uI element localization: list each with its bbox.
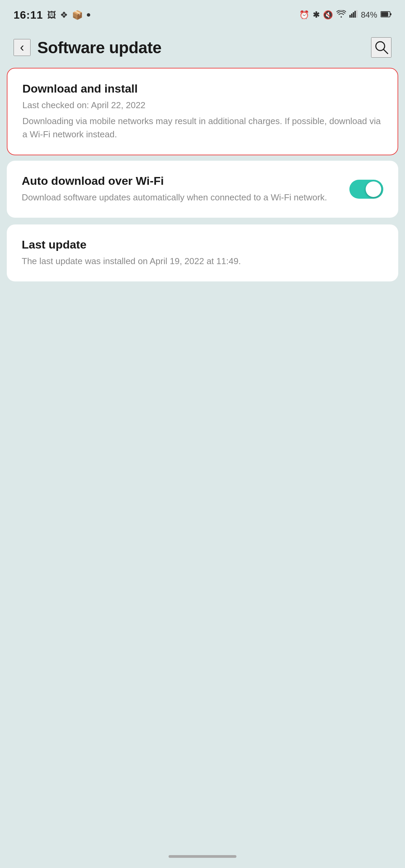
mute-icon: 🔇 [323,10,333,20]
last-update-card: Last update The last update was installe… [7,224,398,281]
header-left: ‹ Software update [14,38,161,57]
last-update-title: Last update [22,238,383,251]
svg-rect-0 [349,15,351,18]
notification-dot [87,13,90,17]
back-button[interactable]: ‹ [14,39,31,56]
home-indicator [169,855,236,858]
svg-rect-4 [356,10,358,18]
grid-icon: ❖ [60,10,68,20]
box-icon: 📦 [72,10,83,20]
svg-rect-2 [353,12,354,18]
svg-rect-6 [381,12,388,17]
search-button[interactable] [371,37,391,58]
battery-percent: 84% [361,10,377,20]
svg-rect-1 [351,14,352,18]
alarm-icon: ⏰ [299,10,309,20]
svg-rect-7 [390,13,391,15]
last-update-description: The last update was installed on April 1… [22,255,383,268]
svg-line-9 [384,50,388,54]
download-last-checked: Last checked on: April 22, 2022 [22,99,383,112]
auto-download-description: Download software updates automatically … [22,191,339,204]
toggle-track [349,180,383,199]
wifi-icon [336,10,346,20]
gallery-icon: 🖼 [47,10,56,20]
signal-icon [349,10,358,20]
auto-download-toggle[interactable] [349,180,383,199]
back-icon: ‹ [20,41,24,54]
battery-icon [381,11,391,19]
page-title: Software update [37,38,161,57]
search-icon [374,40,388,55]
auto-download-title: Auto download over Wi-Fi [22,174,339,188]
status-left: 16:11 🖼 ❖ 📦 [14,9,90,21]
status-right: ⏰ ✱ 🔇 84% [299,10,391,20]
bluetooth-icon: ✱ [313,10,320,20]
download-install-card[interactable]: Download and install Last checked on: Ap… [7,68,398,155]
content-area: Download and install Last checked on: Ap… [0,68,405,281]
auto-download-card[interactable]: Auto download over Wi-Fi Download softwa… [7,161,398,218]
status-time: 16:11 [14,9,43,21]
toggle-thumb [366,181,381,197]
header: ‹ Software update [0,27,405,68]
auto-download-text: Auto download over Wi-Fi Download softwa… [22,174,349,204]
svg-rect-3 [354,11,356,18]
status-bar: 16:11 🖼 ❖ 📦 ⏰ ✱ 🔇 84% [0,0,405,27]
download-warning: Downloading via mobile networks may resu… [22,115,383,141]
download-install-title: Download and install [22,82,383,95]
